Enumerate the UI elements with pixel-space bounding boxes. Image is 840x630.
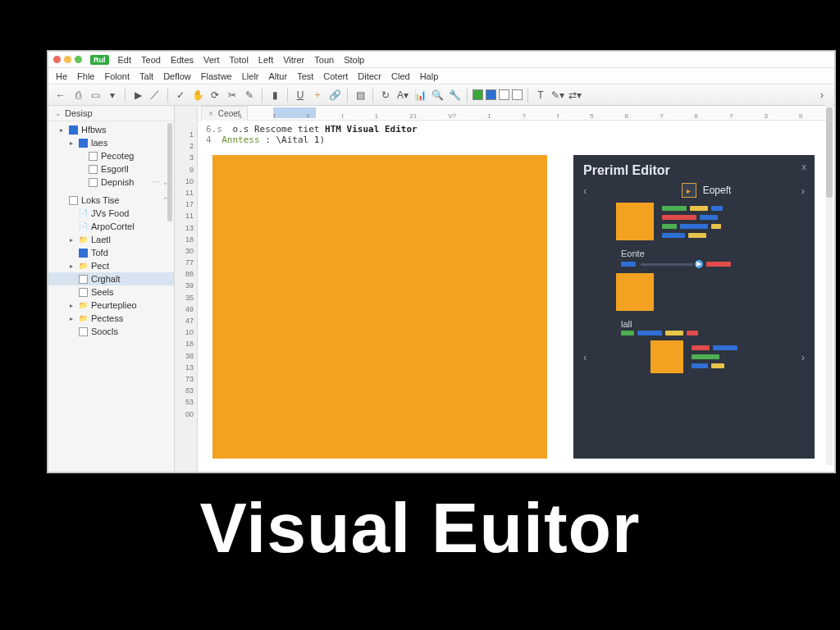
- tree-node[interactable]: ▸laes: [48, 136, 174, 149]
- close-icon[interactable]: ×: [208, 109, 213, 118]
- menu-item[interactable]: Ditecr: [355, 71, 384, 81]
- menu-item[interactable]: Edtes: [168, 55, 196, 65]
- tree-node[interactable]: Tofd: [48, 246, 174, 259]
- text-t-icon[interactable]: T: [533, 88, 548, 103]
- underline-icon[interactable]: U: [293, 88, 308, 103]
- rotate-icon[interactable]: ⟳: [208, 88, 222, 103]
- menu-item[interactable]: Totol: [227, 55, 251, 65]
- pen-icon[interactable]: ／: [148, 88, 162, 103]
- close-dot-icon[interactable]: [53, 56, 61, 63]
- chart-icon[interactable]: 📊: [413, 88, 427, 103]
- dropdown-icon[interactable]: ▾: [105, 88, 120, 103]
- menu-item[interactable]: Deflow: [161, 71, 194, 81]
- check-icon[interactable]: ✓: [173, 88, 188, 103]
- menu-item[interactable]: He: [53, 71, 70, 81]
- menu-item[interactable]: Cotert: [321, 71, 350, 81]
- menu-item[interactable]: Cled: [389, 71, 413, 81]
- tree-node[interactable]: ▸📁Laetl: [48, 233, 174, 246]
- menu-item[interactable]: Edt: [116, 55, 135, 65]
- menu-item[interactable]: Folont: [102, 71, 132, 81]
- chevron-right-icon[interactable]: ›: [801, 351, 805, 363]
- tree-node[interactable]: Seels: [48, 285, 174, 299]
- hand-icon[interactable]: ✋: [190, 88, 205, 103]
- zoom-icon[interactable]: 🔍: [430, 88, 445, 103]
- link-icon[interactable]: 🔗: [327, 88, 342, 103]
- swatch-green-icon[interactable]: [472, 89, 483, 100]
- zoom-dot-icon[interactable]: [75, 56, 82, 63]
- tree-node[interactable]: ▸📁Pectess: [48, 312, 174, 325]
- gutter-line: 3: [175, 153, 197, 165]
- canvas-shape[interactable]: [212, 155, 547, 459]
- menu-item[interactable]: Talt: [137, 71, 156, 81]
- tree-node[interactable]: Depnish⋯ ⌄: [48, 176, 174, 189]
- menu-item[interactable]: Vitrer: [281, 55, 307, 65]
- doc-icon[interactable]: ▭: [88, 88, 103, 103]
- project-tree[interactable]: ▸Hfbws▸laesPecotegEsgorllDepnish⋯ ⌄Loks …: [48, 121, 174, 340]
- tree-node[interactable]: ▸📁Peurteplieo: [48, 299, 174, 312]
- tree-node[interactable]: 📄ArpoCortel: [48, 220, 174, 233]
- wand-icon[interactable]: ✎: [242, 88, 257, 103]
- swatch-blue-icon[interactable]: [486, 89, 496, 100]
- cut-icon[interactable]: ✂: [225, 88, 240, 103]
- chevron-down-icon[interactable]: ⌄: [55, 109, 62, 117]
- loop-icon[interactable]: ↻: [378, 88, 393, 103]
- tree-node[interactable]: Esgorll: [48, 162, 174, 176]
- layout-icon[interactable]: ▤: [353, 88, 368, 103]
- print-icon[interactable]: ⎙: [71, 88, 85, 103]
- plus-icon[interactable]: ＋: [310, 88, 325, 103]
- panel-slider[interactable]: ▶: [621, 262, 805, 267]
- swatch-grid-icon[interactable]: [499, 89, 509, 100]
- chevron-right-icon[interactable]: ›: [801, 185, 805, 197]
- minimize-dot-icon[interactable]: [64, 56, 71, 63]
- expander-icon[interactable]: ▸: [66, 262, 75, 271]
- tree-node[interactable]: Crghalt: [48, 272, 174, 285]
- tree-node[interactable]: Soocls: [48, 325, 174, 338]
- ruler-tick: 3: [764, 112, 767, 120]
- wrench-icon[interactable]: 🔧: [447, 88, 462, 103]
- menu-item[interactable]: Llelr: [240, 71, 262, 81]
- slider-track[interactable]: ▶: [641, 263, 701, 266]
- col-icon[interactable]: ▮: [267, 88, 282, 103]
- scrollbar-thumb[interactable]: [826, 107, 833, 198]
- tree-node[interactable]: Pecoteg: [48, 149, 174, 162]
- chevron-left-icon[interactable]: ‹: [583, 185, 587, 197]
- window-controls[interactable]: [53, 56, 82, 63]
- swatch-box-icon[interactable]: [512, 89, 523, 100]
- align-icon[interactable]: ⇄▾: [568, 88, 582, 103]
- menu-item[interactable]: Toun: [312, 55, 336, 65]
- menu-item[interactable]: Halp: [418, 71, 441, 81]
- menu-item[interactable]: Fhle: [75, 71, 97, 81]
- thumbnail-icon[interactable]: [616, 203, 654, 240]
- menu-item[interactable]: Test: [294, 71, 316, 81]
- menu-item[interactable]: Teod: [139, 55, 163, 65]
- expander-icon[interactable]: ▸: [66, 139, 75, 148]
- vertical-scrollbar[interactable]: [826, 101, 833, 465]
- tree-node[interactable]: Loks Tise⌃: [48, 194, 174, 207]
- tree-scrollbar[interactable]: [167, 123, 172, 221]
- thumbnail-icon[interactable]: [651, 340, 683, 373]
- menu-item[interactable]: Left: [256, 55, 276, 65]
- text-a-icon[interactable]: A▾: [395, 88, 410, 103]
- tree-node[interactable]: ▸📁Pect: [48, 259, 174, 272]
- chevron-left-icon[interactable]: ‹: [583, 351, 587, 363]
- back-button[interactable]: ←: [53, 88, 68, 103]
- expander-icon[interactable]: ▸: [57, 126, 66, 135]
- horizontal-ruler[interactable]: 1fFt121V?1?f56?8?39101340114?F: [198, 106, 834, 121]
- play-icon[interactable]: ▶: [130, 88, 145, 103]
- tree-node[interactable]: 📄JVs Food: [48, 207, 174, 220]
- expander-icon[interactable]: ▸: [66, 235, 75, 244]
- tree-node[interactable]: ▸Hfbws: [48, 123, 174, 136]
- menu-item[interactable]: Flastwe: [199, 71, 235, 81]
- expander-icon[interactable]: ▸: [66, 314, 75, 323]
- editor-canvas[interactable]: 1fFt121V?1?f56?8?39101340114?F × Ceoet 6…: [198, 106, 834, 472]
- panel-selector[interactable]: ▸ Eopeft: [682, 183, 732, 198]
- play-knob-icon[interactable]: ▶: [693, 258, 705, 270]
- menu-item[interactable]: Vert: [201, 55, 222, 65]
- menu-item[interactable]: Stolp: [341, 55, 367, 65]
- expander-icon[interactable]: ▸: [66, 301, 75, 310]
- thumbnail-icon[interactable]: [616, 273, 654, 311]
- panel-close-icon[interactable]: x: [802, 162, 807, 171]
- menu-item[interactable]: Altur: [267, 71, 290, 81]
- brush-icon[interactable]: ✎▾: [550, 88, 565, 103]
- forward-button[interactable]: ›: [815, 88, 829, 103]
